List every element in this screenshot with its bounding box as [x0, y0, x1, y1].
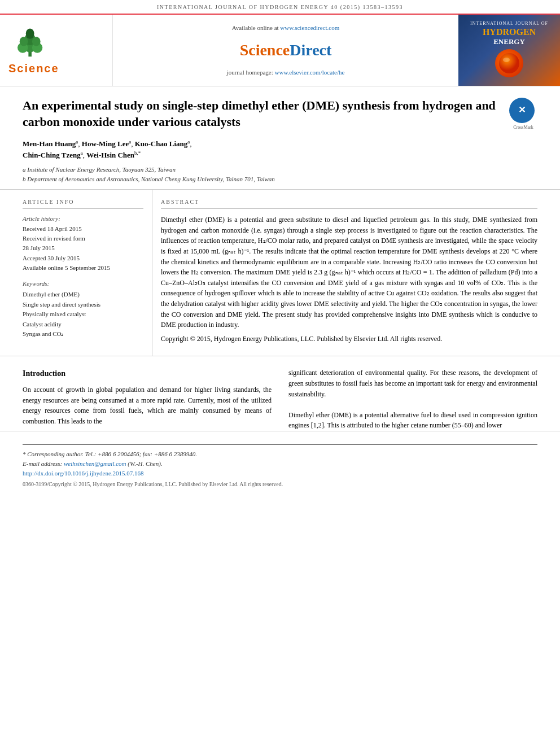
hydrogen-text: HYDROGEN	[470, 27, 548, 37]
svg-point-7	[26, 28, 34, 38]
keywords-section: Keywords: Dimethyl ether (DME) Single st…	[23, 279, 143, 339]
keyword-2: Single step and direct synthesis	[23, 300, 143, 310]
svg-point-5	[20, 37, 28, 46]
keywords-label: Keywords:	[23, 279, 143, 288]
received-revised-label: Received in revised form	[23, 234, 143, 243]
affiliation-b: b Department of Aeronautics and Astronau…	[23, 174, 498, 184]
intro-col-left-text: On account of growth in global populatio…	[23, 385, 272, 426]
elsevier-logo: Science	[8, 24, 59, 76]
footer-copyright: 0360-3199/Copyright © 2015, Hydrogen Ene…	[23, 480, 537, 488]
science-text: Science	[240, 41, 290, 59]
sciencedirect-area: Available online at www.sciencedirect.co…	[113, 15, 458, 86]
footer-divider	[23, 444, 537, 445]
available-online-text: Available online at www.sciencedirect.co…	[232, 24, 340, 32]
svg-point-8	[499, 53, 519, 73]
intro-col-right-text: significant deterioration of environment…	[288, 368, 537, 399]
introduction-columns: Introduction On account of growth in glo…	[23, 368, 537, 431]
affiliation-a: a Institute of Nuclear Energy Research, …	[23, 165, 498, 174]
journal-bar: International Journal of Hydrogen Energy…	[0, 0, 560, 15]
elsevier-brand-text: Science	[8, 60, 59, 76]
affiliations: a Institute of Nuclear Energy Research, …	[23, 165, 498, 184]
received-revised-date: 28 July 2015	[23, 244, 143, 252]
article-history: Article history: Received 18 April 2015 …	[23, 215, 143, 272]
footer-doi: http://dx.doi.org/10.1016/j.ijhydene.201…	[23, 469, 537, 478]
crossmark-label: CrossMark	[509, 124, 537, 130]
sciencedirect-link[interactable]: www.sciencedirect.com	[280, 24, 339, 31]
journal-brand-area: International Journal of HYDROGEN ENERGY	[458, 15, 560, 86]
journal-intl-text: International Journal of	[470, 20, 548, 27]
journal-logo-box: International Journal of HYDROGEN ENERGY	[470, 20, 548, 80]
journal-homepage-link[interactable]: www.elsevier.com/locate/he	[275, 69, 345, 76]
info-abstract-section: Article Info Article history: Received 1…	[0, 190, 560, 356]
sciencedirect-logo: ScienceDirect	[240, 39, 332, 61]
introduction-heading: Introduction	[23, 368, 272, 380]
abstract-text: Dimethyl ether (DME) is a potential and …	[161, 215, 537, 344]
keyword-5: Syngas and CO₂	[23, 329, 143, 339]
abstract-column: Abstract Dimethyl ether (DME) is a poten…	[152, 190, 560, 356]
title-section: An experimental study on single-step dim…	[0, 86, 560, 190]
page-footer: * Corresponding author. Tel.: +886 6 200…	[0, 431, 560, 492]
abstract-heading: Abstract	[161, 198, 537, 209]
history-label: Article history:	[23, 215, 143, 223]
abstract-paragraph: Dimethyl ether (DME) is a potential and …	[161, 215, 537, 330]
accepted-date: Accepted 30 July 2015	[23, 254, 143, 263]
author-email-link[interactable]: weihsinchen@gmail.com	[64, 460, 126, 467]
footer-corresponding-note: * Corresponding author. Tel.: +886 6 200…	[23, 449, 537, 469]
article-title: An experimental study on single-step dim…	[23, 98, 498, 130]
keyword-1: Dimethyl ether (DME)	[23, 290, 143, 300]
svg-point-6	[32, 37, 41, 46]
abstract-copyright: Copyright © 2015, Hydrogen Energy Public…	[161, 334, 537, 344]
keyword-3: Physically mixed catalyst	[23, 309, 143, 320]
header-area: Science Available online at www.scienced…	[0, 15, 560, 86]
hydrogen-circle-icon	[495, 49, 523, 77]
keyword-4: Catalyst acidity	[23, 320, 143, 330]
keywords-list: Dimethyl ether (DME) Single step and dir…	[23, 290, 143, 339]
svg-point-9	[503, 58, 510, 62]
crossmark-area: ✕ CrossMark	[509, 98, 537, 130]
intro-col-left: Introduction On account of growth in glo…	[23, 368, 272, 431]
doi-link[interactable]: http://dx.doi.org/10.1016/j.ijhydene.201…	[23, 470, 144, 477]
authors-line: Men-Han Huanga, How-Ming Leea, Kuo-Chao …	[23, 138, 498, 160]
elsevier-logo-area: Science	[0, 15, 113, 86]
intro-col-right-dme: Dimethyl ether (DME) is a potential alte…	[288, 410, 537, 431]
crossmark-icon: ✕	[509, 98, 535, 123]
journal-homepage: journal homepage: www.elsevier.com/locat…	[227, 68, 345, 77]
article-info-heading: Article Info	[23, 198, 143, 209]
intro-col-right: significant deterioration of environment…	[288, 368, 537, 431]
article-info-column: Article Info Article history: Received 1…	[0, 190, 152, 356]
available-date: Available online 5 September 2015	[23, 264, 143, 272]
title-text-area: An experimental study on single-step dim…	[23, 98, 509, 184]
elsevier-tree-icon	[8, 24, 54, 58]
received-date: Received 18 April 2015	[23, 225, 143, 233]
introduction-section: Introduction On account of growth in glo…	[0, 356, 560, 431]
energy-text: ENERGY	[470, 37, 548, 46]
direct-text: Direct	[290, 41, 331, 59]
journal-citation: International Journal of Hydrogen Energy…	[157, 4, 403, 10]
